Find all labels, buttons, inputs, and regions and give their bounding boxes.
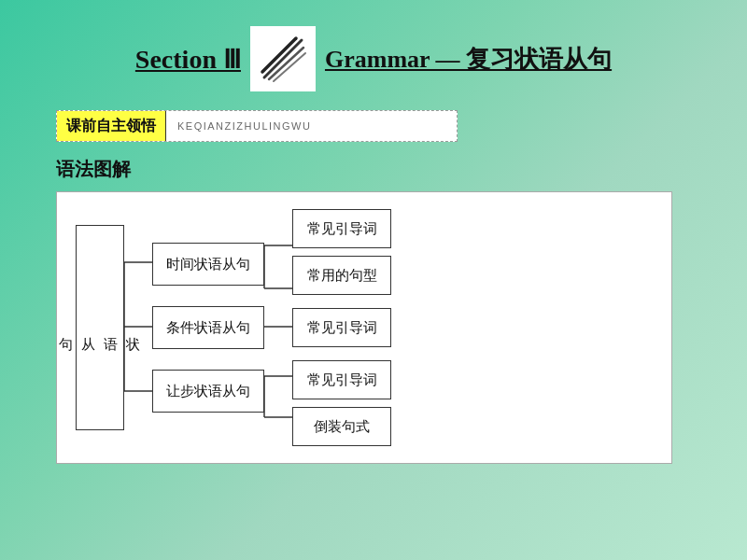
mid-box-1: 时间状语从句 <box>152 243 264 286</box>
mid-box-2: 条件状语从句 <box>152 306 264 349</box>
leaf-group-1: 常见引导词 常用的句型 <box>292 209 391 295</box>
diagram-inner: 状语从句 时间状语从句 条件状语从句 让步状语从句 常见引导词 常用的句型 常见… <box>57 192 671 463</box>
diagram-mid-col: 时间状语从句 条件状语从句 让步状语从句 <box>152 243 264 413</box>
diagram-root-col: 状语从句 <box>76 225 124 430</box>
diagram-right-col: 常见引导词 常用的句型 常见引导词 常见引导词 倒装句式 <box>292 209 391 446</box>
leaf-1-2: 常用的句型 <box>292 256 391 295</box>
section-label-left: Section Ⅲ <box>135 44 241 75</box>
leaf-3-2: 倒装句式 <box>292 407 391 446</box>
mid-box-3: 让步状语从句 <box>152 370 264 413</box>
banner-sublabel: KEQIANZIZHULINGWU <box>166 111 322 141</box>
leaf-3-1: 常见引导词 <box>292 360 391 399</box>
section-banner: 课前自主领悟 KEQIANZIZHULINGWU <box>56 110 458 142</box>
leaf-group-3: 常见引导词 倒装句式 <box>292 360 391 446</box>
logo-image <box>250 26 316 91</box>
leaf-2-1: 常见引导词 <box>292 308 391 347</box>
leaf-group-2: 常见引导词 <box>292 308 391 347</box>
grammar-diagram: 状语从句 时间状语从句 条件状语从句 让步状语从句 常见引导词 常用的句型 常见… <box>56 191 672 464</box>
root-box: 状语从句 <box>76 225 124 430</box>
leaf-1-1: 常见引导词 <box>292 209 391 248</box>
logo-icon <box>255 31 311 87</box>
page-header: Section Ⅲ Grammar — 复习状语从句 <box>0 0 747 91</box>
section-label-right: Grammar — 复习状语从句 <box>325 43 612 76</box>
grammar-title: 语法图解 <box>56 157 691 182</box>
banner-label: 课前自主领悟 <box>57 111 166 141</box>
